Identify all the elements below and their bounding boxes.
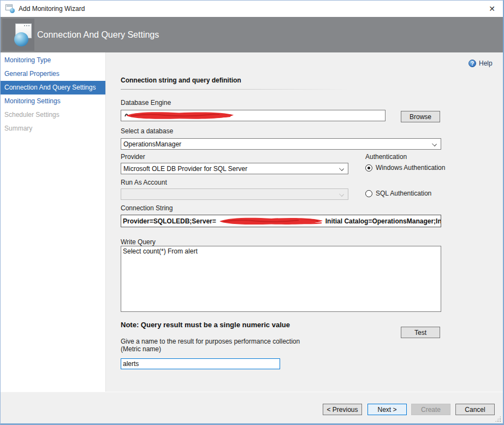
provider-select-value: Microsoft OLE DB Provider for SQL Server bbox=[123, 165, 247, 173]
database-select[interactable]: OperationsManager bbox=[121, 138, 441, 150]
connection-string-prefix: Provider=SQLOLEDB;Server= bbox=[123, 217, 216, 225]
connection-string-label: Connection String bbox=[121, 204, 173, 212]
sql-authentication-label: SQL Authentication bbox=[376, 190, 431, 197]
note-text: Note: Query result must be a single nume… bbox=[121, 321, 290, 329]
select-database-label: Select a database bbox=[121, 127, 173, 135]
section-heading: Connection string and query definition bbox=[121, 76, 241, 84]
radio-unselected-icon bbox=[365, 190, 372, 197]
provider-label: Provider bbox=[121, 153, 145, 161]
create-button: Create bbox=[411, 404, 450, 415]
chevron-down-icon bbox=[339, 192, 344, 197]
banner-window-icon-dot bbox=[24, 25, 25, 26]
help-icon: ? bbox=[469, 60, 476, 67]
previous-button[interactable]: < Previous bbox=[323, 404, 362, 415]
next-button[interactable]: Next > bbox=[367, 404, 407, 415]
close-icon[interactable]: ✕ bbox=[485, 3, 499, 15]
sql-authentication-radio[interactable]: SQL Authentication bbox=[365, 190, 431, 197]
windows-authentication-radio[interactable]: Windows Authentication bbox=[365, 164, 445, 172]
metric-description-line1: Give a name to the result for purposes p… bbox=[121, 338, 300, 345]
database-select-value: OperationsManager bbox=[123, 140, 181, 148]
wizard-banner: Connection And Query Settings bbox=[1, 17, 503, 52]
app-window-icon bbox=[5, 4, 15, 13]
authentication-label: Authentication bbox=[365, 153, 407, 161]
sidebar-item-monitoring-settings[interactable]: Monitoring Settings bbox=[1, 95, 105, 108]
metric-name-input[interactable] bbox=[121, 358, 280, 369]
banner-icon-tile bbox=[2, 19, 34, 51]
connection-string-field[interactable]: Provider=SQLOLEDB;Server= Initial Catalo… bbox=[121, 215, 441, 227]
help-label: Help bbox=[479, 60, 493, 67]
sidebar-item-scheduler-settings: Scheduler Settings bbox=[1, 108, 105, 122]
cancel-button[interactable]: Cancel bbox=[455, 404, 495, 415]
chevron-down-icon bbox=[339, 166, 344, 171]
banner-window-icon-dot bbox=[28, 25, 29, 26]
windows-authentication-label: Windows Authentication bbox=[376, 164, 445, 172]
banner-window-icon-dot bbox=[26, 25, 27, 26]
sidebar-item-monitoring-type[interactable]: Monitoring Type bbox=[1, 54, 105, 67]
chevron-down-icon bbox=[432, 141, 437, 146]
sidebar-item-connection-and-query-settings[interactable]: Connection And Query Settings bbox=[1, 81, 105, 95]
title-bar: Add Monitoring Wizard ✕ bbox=[1, 1, 503, 17]
database-engine-label: Database Engine bbox=[121, 99, 171, 107]
help-link[interactable]: ? Help bbox=[469, 60, 493, 67]
database-engine-input[interactable] bbox=[121, 110, 386, 121]
app-window-icon-titlebar bbox=[7, 5, 13, 7]
add-monitoring-wizard-window: Add Monitoring Wizard ✕ Connection And Q… bbox=[0, 0, 504, 425]
write-query-label: Write Query bbox=[121, 238, 156, 246]
browse-button[interactable]: Browse bbox=[401, 111, 440, 122]
radio-selected-icon bbox=[365, 164, 372, 172]
redaction-scribble bbox=[217, 217, 325, 226]
window-title: Add Monitoring Wizard bbox=[19, 5, 85, 13]
wizard-steps-sidebar: Monitoring Type General Properties Conne… bbox=[1, 52, 106, 394]
provider-select[interactable]: Microsoft OLE DB Provider for SQL Server bbox=[121, 163, 348, 174]
sidebar-item-summary: Summary bbox=[1, 122, 105, 135]
redaction-scribble bbox=[123, 111, 236, 120]
query-textarea[interactable]: Select count(*) From alert bbox=[121, 246, 441, 312]
run-as-account-label: Run As Account bbox=[121, 179, 167, 186]
banner-title: Connection And Query Settings bbox=[37, 30, 159, 40]
app-window-icon-sphere bbox=[10, 8, 15, 13]
section-divider bbox=[121, 89, 349, 90]
sidebar-item-general-properties[interactable]: General Properties bbox=[1, 67, 105, 81]
test-button[interactable]: Test bbox=[401, 327, 440, 338]
connection-string-suffix: Initial Catalog=OperationsManager;Int bbox=[325, 217, 441, 225]
run-as-account-select bbox=[121, 188, 348, 200]
banner-sphere-icon bbox=[14, 32, 28, 46]
metric-description-line2: (Metric name) bbox=[121, 345, 161, 353]
